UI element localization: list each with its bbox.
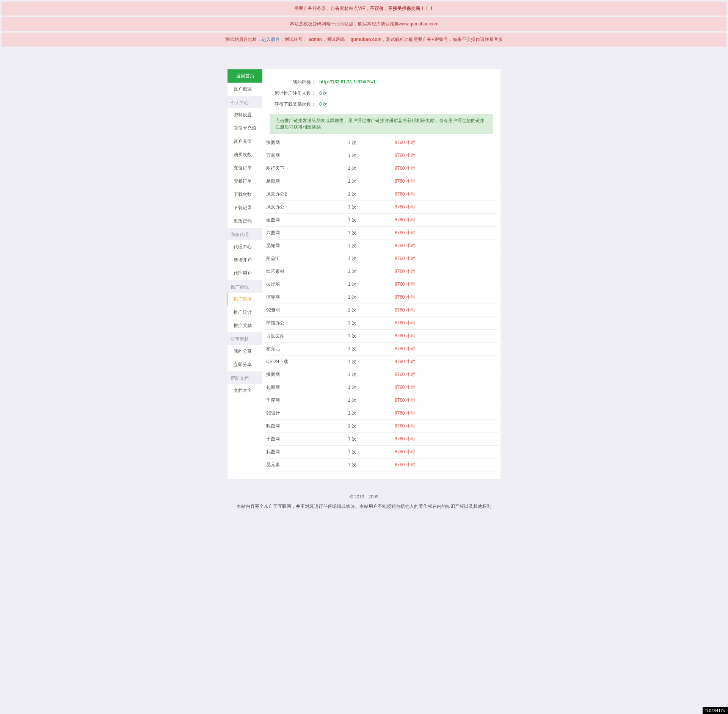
count-cell: 1 次: [347, 394, 393, 407]
hours-cell: 8760 小时: [393, 278, 498, 291]
section-agent: 商家代理: [228, 228, 262, 240]
sidebar-new-account[interactable]: 新增开户: [228, 254, 262, 267]
site-name: 图品汇: [265, 252, 347, 265]
sidebar-download-log[interactable]: 下载记录: [228, 201, 262, 215]
sidebar-home[interactable]: 返回首页: [228, 69, 262, 83]
sidebar-profile[interactable]: 资料设置: [228, 108, 262, 122]
table-row: 92素材1 次8760 小时: [265, 304, 498, 317]
hours-cell: 8760 小时: [393, 317, 498, 330]
sidebar-download-count[interactable]: 下载次数: [228, 188, 262, 201]
site-name: 六图网: [265, 227, 347, 240]
hours-cell: 8760 小时: [393, 188, 498, 201]
site-name: 演界网: [265, 291, 347, 304]
hours-cell: 8760 小时: [393, 227, 498, 240]
count-cell: 1 次: [347, 368, 393, 381]
table-row: 千图网1 次8760 小时: [265, 433, 498, 446]
sidebar-my-share[interactable]: 我的分享: [228, 345, 262, 358]
sidebar-recharge-order[interactable]: 充值订单: [228, 161, 262, 175]
count-cell: 1 次: [347, 162, 393, 175]
alert-2: 本站是模板源码网唯一演示站点，购买本程序请认准趣www.qumuban.com: [2, 17, 726, 31]
hours-cell: 8760 小时: [393, 240, 498, 252]
site-name: 摄图网: [265, 368, 347, 381]
table-row: 包图网1 次8760 小时: [265, 381, 498, 394]
table-row: 稻壳儿1 次8760 小时: [265, 343, 498, 355]
count-cell: 1 次: [347, 265, 393, 278]
site-name: 快图网: [265, 136, 347, 149]
hours-cell: 8760 小时: [393, 446, 498, 459]
table-row: 绘艺素材1 次8760 小时: [265, 265, 498, 278]
hours-cell: 8760 小时: [393, 252, 498, 265]
alert-3: 测试站后台地址：进入后台，测试账号： admin，测试密码： qumuban.c…: [2, 33, 726, 47]
hours-cell: 8760 小时: [393, 265, 498, 278]
sidebar-agent-center[interactable]: 代理中心: [228, 240, 262, 254]
sidebar-promo-reward[interactable]: 推广奖励: [228, 319, 262, 332]
reward-count-value: 0次: [319, 101, 327, 108]
hours-cell: 8760 小时: [393, 149, 498, 162]
sidebar-account-recharge[interactable]: 账户充值: [228, 135, 262, 148]
sidebar-change-pwd[interactable]: 更改密码: [228, 215, 262, 228]
table-row: 六图网1 次8760 小时: [265, 227, 498, 240]
hours-cell: 8760 小时: [393, 201, 498, 214]
sidebar-buy-count[interactable]: 购买次数: [228, 148, 262, 161]
count-cell: 1 次: [347, 381, 393, 394]
hours-cell: 8760 小时: [393, 214, 498, 227]
sidebar-overview[interactable]: 账户概览: [228, 83, 262, 96]
my-link-row: 我的链接： http://182.61.31.1:674/?f=1: [262, 77, 500, 88]
count-cell: 1 次: [347, 355, 393, 368]
count-cell: 1 次: [347, 188, 393, 201]
admin-link[interactable]: 进入后台: [262, 37, 280, 42]
my-link-value[interactable]: http://182.61.31.1:674/?f=1: [319, 79, 376, 86]
sidebar-promo-link[interactable]: 推广链接: [228, 293, 262, 306]
table-row: 风云办公1 次8760 小时: [265, 201, 498, 214]
reward-count-label: 获得下载奖励次数：: [270, 101, 319, 108]
reg-count-row: 累计推广注册人数： 0次: [262, 88, 500, 99]
sidebar: 返回首页 账户概览 个人中心 资料设置 充值卡充值 账户充值 购买次数 充值订单…: [228, 69, 262, 479]
hours-cell: 8760 小时: [393, 162, 498, 175]
hours-cell: 8760 小时: [393, 420, 498, 433]
site-name: 彼岸图: [265, 278, 347, 291]
sidebar-share-now[interactable]: 立即分享: [228, 358, 262, 371]
sidebar-agent-user[interactable]: 代理用户: [228, 267, 262, 280]
site-name: 千图网: [265, 433, 347, 446]
count-cell: 1 次: [347, 175, 393, 188]
my-link-label: 我的链接：: [270, 79, 319, 86]
table-row: 图品汇1 次8760 小时: [265, 252, 498, 265]
site-name: 我图网: [265, 446, 347, 459]
table-row: 彼岸图1 次8760 小时: [265, 278, 498, 291]
hours-cell: 8760 小时: [393, 175, 498, 188]
sidebar-promo-stats[interactable]: 推广统计: [228, 306, 262, 319]
count-cell: 1 次: [347, 291, 393, 304]
count-cell: 1 次: [347, 201, 393, 214]
site-name: 熊猫办公: [265, 317, 347, 330]
site-name: 觅知网: [265, 240, 347, 252]
table-row: 熊猫办公1 次8760 小时: [265, 317, 498, 330]
site-name: 昵图网: [265, 420, 347, 433]
table-row: 全图网1 次8760 小时: [265, 214, 498, 227]
sidebar-recharge-card[interactable]: 充值卡充值: [228, 122, 262, 135]
table-row: 易图网1 次8760 小时: [265, 175, 498, 188]
site-name: 全图网: [265, 214, 347, 227]
main-content: 我的链接： http://182.61.31.1:674/?f=1 累计推广注册…: [262, 69, 500, 479]
footer-copyright: © 2019 - 2099: [0, 479, 728, 503]
reward-table: 快图网1 次8760 小时万素网1 次8760 小时图行天下1 次8760 小时…: [265, 136, 498, 471]
hours-cell: 8760 小时: [393, 291, 498, 304]
table-row: 觅元素1 次8760 小时: [265, 459, 498, 471]
site-name: 包图网: [265, 381, 347, 394]
count-cell: 1 次: [347, 278, 393, 291]
site-name: 风云办公2: [265, 188, 347, 201]
table-row: 90设计1 次8760 小时: [265, 407, 498, 420]
alert-1: 需要自备服务器、自备素材站点VIP，不议价，不接受担保交易！！！: [2, 2, 726, 16]
table-row: 百度文库1 次8760 小时: [265, 330, 498, 343]
table-row: 摄图网1 次8760 小时: [265, 368, 498, 381]
count-cell: 1 次: [347, 252, 393, 265]
hours-cell: 8760 小时: [393, 304, 498, 317]
sidebar-package-order[interactable]: 套餐订单: [228, 175, 262, 188]
hours-cell: 8760 小时: [393, 368, 498, 381]
site-name: 90设计: [265, 407, 347, 420]
sidebar-doc-all[interactable]: 文档大全: [228, 384, 262, 397]
hours-cell: 8760 小时: [393, 459, 498, 471]
hours-cell: 8760 小时: [393, 330, 498, 343]
section-help: 帮助文档: [228, 371, 262, 384]
site-name: 易图网: [265, 175, 347, 188]
hours-cell: 8760 小时: [393, 343, 498, 355]
